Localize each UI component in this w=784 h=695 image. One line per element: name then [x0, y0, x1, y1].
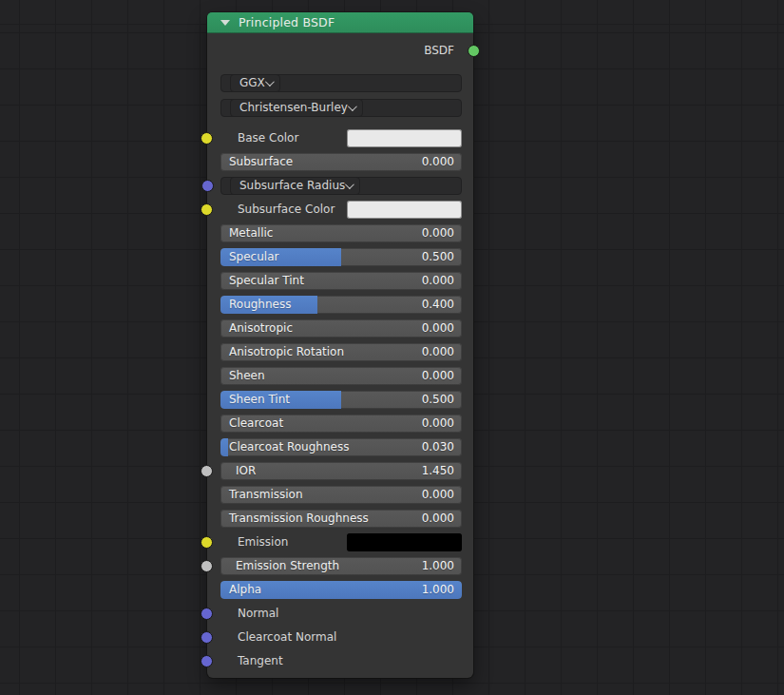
slider-clearcoat-roughness[interactable]: Clearcoat Roughness0.030 [220, 438, 462, 456]
row-alpha: Alpha1.000 [220, 581, 462, 599]
slider-label: IOR [236, 462, 256, 480]
slider-value: 1.000 [422, 581, 454, 599]
input-socket-ior[interactable] [201, 465, 213, 477]
row-transmission: Transmission0.000 [220, 486, 462, 504]
slider-sheen-tint[interactable]: Sheen Tint0.500 [220, 391, 462, 409]
slider-transmission[interactable]: Transmission0.000 [220, 486, 462, 504]
input-label: Base Color [220, 129, 298, 147]
row-subsurface-color: Subsurface Color [220, 201, 462, 219]
slider-subsurface[interactable]: Subsurface0.000 [220, 153, 462, 171]
row-emission-strength: Emission Strength1.000 [220, 557, 462, 575]
slider-value: 0.000 [422, 510, 454, 528]
input-socket-base-color[interactable] [201, 132, 213, 145]
input-socket-subsurface-radius[interactable] [201, 180, 214, 192]
slider-specular-tint[interactable]: Specular Tint0.000 [220, 272, 462, 290]
output-socket-bsdf[interactable] [468, 45, 480, 57]
slider-label: Transmission Roughness [229, 510, 369, 528]
slider-value: 0.000 [422, 153, 454, 171]
color-swatch-base-color[interactable] [347, 129, 462, 147]
slider-transmission-roughness[interactable]: Transmission Roughness0.000 [220, 510, 462, 528]
slider-value: 0.500 [422, 248, 454, 266]
slider-fill [220, 438, 228, 456]
slider-roughness[interactable]: Roughness0.400 [220, 296, 462, 314]
row-specular-tint: Specular Tint0.000 [220, 272, 462, 290]
slider-alpha[interactable]: Alpha1.000 [220, 581, 462, 599]
dropdown-christensen-burley[interactable]: Christensen-Burley [230, 99, 363, 117]
number-field-ior[interactable]: IOR1.450 [220, 462, 462, 480]
node-header[interactable]: Principled BSDF [207, 12, 473, 33]
output-row-bsdf: BSDF [220, 42, 462, 60]
chevron-down-icon [348, 102, 357, 111]
row-tangent: Tangent [220, 652, 462, 670]
slider-value: 0.000 [422, 319, 454, 338]
slider-value: 0.000 [422, 343, 454, 361]
slider-label: Sheen Tint [229, 391, 290, 409]
slider-value: 0.000 [422, 224, 454, 242]
principled-bsdf-node[interactable]: Principled BSDF BSDF GGXChristensen-Burl… [207, 12, 473, 678]
row-sheen: Sheen0.000 [220, 367, 462, 385]
slider-label: Emission Strength [236, 557, 339, 575]
input-socket-subsurface-color[interactable] [201, 203, 213, 216]
chevron-down-icon [265, 77, 275, 87]
row-normal: Normal [220, 605, 462, 623]
slider-value: 0.400 [422, 296, 454, 314]
row-subsurface: Subsurface0.000 [220, 153, 462, 171]
input-socket-emission-strength[interactable] [201, 560, 213, 572]
input-socket-clearcoat-normal[interactable] [201, 631, 213, 644]
row-clearcoat: Clearcoat0.000 [220, 415, 462, 433]
color-swatch-subsurface-color[interactable] [347, 201, 462, 219]
slider-label: Anisotropic [229, 319, 293, 338]
input-socket-normal[interactable] [201, 608, 213, 620]
slider-anisotropic[interactable]: Anisotropic0.000 [220, 319, 462, 338]
slider-value: 1.450 [422, 462, 454, 480]
row-anisotropic: Anisotropic0.000 [220, 319, 462, 338]
collapse-arrow-icon[interactable] [220, 20, 230, 26]
node-editor-canvas[interactable]: { "colors": { "header_green": "#319663",… [0, 0, 784, 695]
dropdown-ggx[interactable]: GGX [230, 74, 280, 92]
row-ggx: GGX [220, 74, 462, 92]
input-socket-emission[interactable] [201, 536, 213, 549]
slider-value: 0.000 [422, 486, 454, 504]
slider-label: Transmission [229, 486, 303, 504]
row-ior: IOR1.450 [220, 462, 462, 480]
slider-label: Alpha [229, 581, 261, 599]
dropdown-label: GGX [239, 75, 265, 91]
slider-specular[interactable]: Specular0.500 [220, 248, 462, 266]
dropdown-subsurface-radius[interactable]: Subsurface Radius [230, 177, 360, 195]
slider-metallic[interactable]: Metallic0.000 [220, 224, 462, 242]
row-transmission-roughness: Transmission Roughness0.000 [220, 510, 462, 528]
slider-value: 0.000 [422, 367, 454, 385]
row-clearcoat-normal: Clearcoat Normal [220, 628, 462, 647]
dropdown-label: Subsurface Radius [239, 178, 345, 194]
node-title: Principled BSDF [239, 15, 335, 29]
input-label: Normal [220, 605, 278, 623]
dropdown-label: Christensen-Burley [239, 100, 348, 116]
row-sheen-tint: Sheen Tint0.500 [220, 391, 462, 409]
chevron-down-icon [345, 180, 354, 189]
row-roughness: Roughness0.400 [220, 296, 462, 314]
row-metallic: Metallic0.000 [220, 224, 462, 242]
number-field-emission-strength[interactable]: Emission Strength1.000 [220, 557, 462, 575]
input-label: Clearcoat Normal [220, 628, 336, 647]
slider-anisotropic-rotation[interactable]: Anisotropic Rotation0.000 [220, 343, 462, 361]
row-base-color: Base Color [220, 129, 462, 147]
input-label: Subsurface Color [220, 201, 335, 219]
slider-clearcoat[interactable]: Clearcoat0.000 [220, 415, 462, 433]
slider-sheen[interactable]: Sheen0.000 [220, 367, 462, 385]
row-clearcoat-roughness: Clearcoat Roughness0.030 [220, 438, 462, 456]
slider-value: 0.000 [422, 272, 454, 290]
row-emission: Emission [220, 533, 462, 551]
slider-label: Metallic [229, 224, 273, 242]
node-rows: BSDF GGXChristensen-BurleyBase ColorSubs… [207, 33, 473, 670]
slider-label: Sheen [229, 367, 265, 385]
row-christensen-burley: Christensen-Burley [220, 99, 462, 117]
input-label: Emission [220, 533, 288, 551]
slider-label: Clearcoat [229, 415, 283, 433]
row-anisotropic-rotation: Anisotropic Rotation0.000 [220, 343, 462, 361]
slider-label: Specular [229, 248, 278, 266]
input-socket-tangent[interactable] [201, 655, 213, 667]
color-swatch-emission[interactable] [347, 533, 462, 551]
slider-label: Specular Tint [229, 272, 304, 290]
slider-value: 0.000 [422, 415, 454, 433]
output-label: BSDF [424, 44, 462, 57]
